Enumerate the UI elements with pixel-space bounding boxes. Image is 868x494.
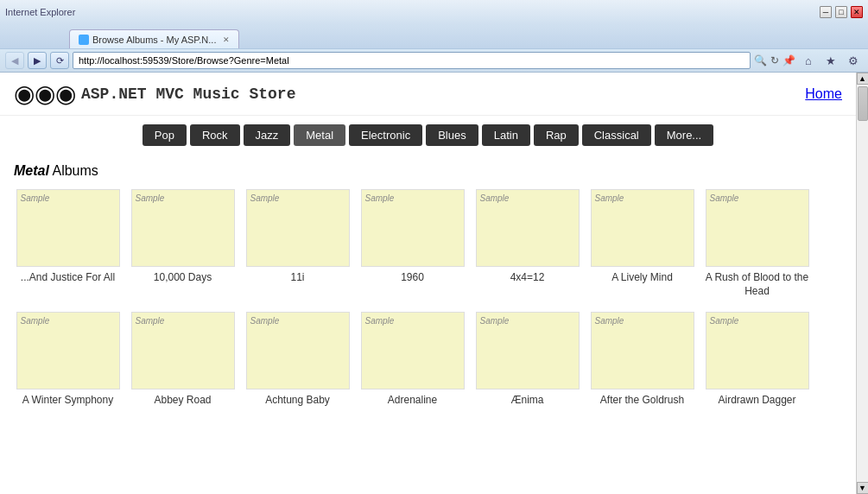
minimize-button[interactable]: ─ [820, 6, 832, 18]
album-cover: Sample [16, 312, 120, 390]
album-cover: Sample [476, 189, 580, 267]
album-title: ...And Justice For All [14, 271, 122, 285]
album-title: Ænima [473, 394, 581, 408]
album-cover: Sample [361, 312, 465, 390]
site-header: ◉◉◉ ASP.NET MVC Music Store Home [0, 73, 856, 116]
album-title: 4x4=12 [473, 271, 581, 285]
favorites-icon[interactable]: ★ [821, 52, 840, 69]
album-card[interactable]: SampleA Lively Mind [588, 189, 696, 298]
address-input[interactable] [73, 52, 751, 69]
genre-button-rap[interactable]: Rap [534, 124, 579, 146]
album-card[interactable]: Sample4x4=12 [473, 189, 581, 298]
genre-button-rock[interactable]: Rock [190, 124, 240, 146]
album-sample-label: Sample [250, 316, 280, 326]
album-sample-label: Sample [710, 316, 739, 326]
site-nav: Home [805, 86, 842, 102]
scrollbar: ▲ ▼ [856, 73, 868, 494]
album-card[interactable]: SampleA Winter Symphony [14, 312, 122, 408]
close-button[interactable]: ✕ [851, 6, 863, 18]
album-cover: Sample [16, 189, 120, 267]
album-card[interactable]: SampleAdrenaline [358, 312, 466, 408]
album-title: Abbey Road [129, 394, 237, 408]
album-card[interactable]: SampleÆnima [473, 312, 581, 408]
album-title: Airdrawn Dagger [703, 394, 811, 408]
pin-icon[interactable]: 📌 [782, 54, 795, 66]
album-sample-label: Sample [21, 316, 50, 326]
album-cover: Sample [591, 312, 694, 390]
album-sample-label: Sample [136, 316, 165, 326]
albums-grid-row2: SampleA Winter SymphonySampleAbbey RoadS… [14, 312, 842, 408]
album-cover: Sample [706, 189, 809, 267]
album-card[interactable]: Sample1960 [358, 189, 466, 298]
album-sample-label: Sample [595, 193, 624, 203]
albums-section: Metal Albums Sample...And Justice For Al… [0, 155, 856, 416]
tab-label: Browse Albums - My ASP.N... [92, 35, 216, 45]
settings-icon[interactable]: ⚙ [844, 52, 863, 69]
album-sample-label: Sample [480, 193, 510, 203]
album-card[interactable]: SampleA Rush of Blood to the Head [703, 189, 811, 298]
album-title: A Rush of Blood to the Head [703, 271, 811, 298]
album-cover: Sample [246, 189, 350, 267]
genre-rest: Albums [49, 163, 98, 178]
search-icon[interactable]: 🔍 [754, 54, 767, 66]
album-sample-label: Sample [136, 193, 165, 203]
album-cover: Sample [131, 312, 235, 390]
genre-button-jazz[interactable]: Jazz [244, 124, 291, 146]
back-button[interactable]: ◀ [5, 52, 24, 69]
album-sample-label: Sample [480, 316, 510, 326]
album-sample-label: Sample [365, 316, 395, 326]
album-sample-label: Sample [250, 193, 280, 203]
refresh-button[interactable]: ⟳ [50, 52, 69, 69]
section-title: Metal Albums [14, 163, 842, 179]
genre-button-electronic[interactable]: Electronic [349, 124, 422, 146]
home-icon[interactable]: ⌂ [799, 52, 818, 69]
forward-button[interactable]: ▶ [28, 52, 47, 69]
genre-button-pop[interactable]: Pop [143, 124, 187, 146]
album-cover: Sample [131, 189, 235, 267]
home-link[interactable]: Home [805, 86, 842, 101]
genre-button-blues[interactable]: Blues [426, 124, 478, 146]
album-title: After the Goldrush [588, 394, 696, 408]
album-cover: Sample [706, 312, 809, 390]
album-title: Adrenaline [358, 394, 466, 408]
genre-bold: Metal [14, 163, 49, 178]
scroll-down-button[interactable]: ▼ [857, 482, 869, 494]
album-card[interactable]: SampleAbbey Road [129, 312, 237, 408]
genre-button-more[interactable]: More... [655, 124, 713, 146]
album-title: 11i [244, 271, 352, 285]
genre-button-metal[interactable]: Metal [294, 124, 345, 146]
album-sample-label: Sample [595, 316, 624, 326]
album-cover: Sample [591, 189, 694, 267]
tab-favicon [79, 35, 89, 45]
browser-tab[interactable]: Browse Albums - My ASP.N... ✕ [69, 29, 239, 48]
album-title: A Winter Symphony [14, 394, 122, 408]
scroll-thumb[interactable] [858, 86, 868, 121]
album-card[interactable]: Sample10,000 Days [129, 189, 237, 298]
album-title: 1960 [358, 271, 466, 285]
album-card[interactable]: Sample11i [244, 189, 352, 298]
album-card[interactable]: SampleAchtung Baby [244, 312, 352, 408]
site-title: ASP.NET MVC Music Store [81, 86, 295, 103]
albums-grid-row1: Sample...And Justice For AllSample10,000… [14, 189, 842, 298]
site-logo: ◉◉◉ ASP.NET MVC Music Store [14, 79, 295, 108]
album-title: 10,000 Days [129, 271, 237, 285]
album-card[interactable]: Sample...And Justice For All [14, 189, 122, 298]
album-cover: Sample [246, 312, 350, 390]
scroll-up-button[interactable]: ▲ [857, 73, 869, 85]
album-title: A Lively Mind [588, 271, 696, 285]
album-title: Achtung Baby [244, 394, 352, 408]
genre-button-classical[interactable]: Classical [582, 124, 651, 146]
refresh-small-icon[interactable]: ↻ [770, 54, 779, 66]
album-sample-label: Sample [21, 193, 50, 203]
album-card[interactable]: SampleAfter the Goldrush [588, 312, 696, 408]
album-sample-label: Sample [365, 193, 395, 203]
logo-icon: ◉◉◉ [14, 79, 76, 108]
album-cover: Sample [476, 312, 580, 390]
genre-button-latin[interactable]: Latin [482, 124, 530, 146]
album-cover: Sample [361, 189, 465, 267]
maximize-button[interactable]: □ [835, 6, 847, 18]
album-card[interactable]: SampleAirdrawn Dagger [703, 312, 811, 408]
tab-close-icon[interactable]: ✕ [223, 35, 230, 44]
genre-nav: PopRockJazzMetalElectronicBluesLatinRapC… [0, 116, 856, 155]
album-sample-label: Sample [710, 193, 739, 203]
